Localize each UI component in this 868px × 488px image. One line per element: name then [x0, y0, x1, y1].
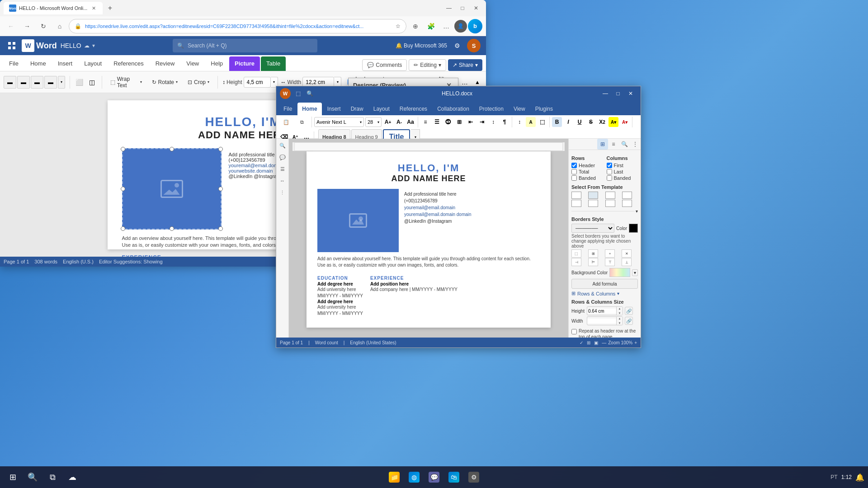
forward-btn[interactable]: →	[20, 19, 34, 33]
sort-btn[interactable]: ↕	[488, 117, 498, 127]
wrap-text-btn[interactable]: ⬚ Wrap Text ▾	[107, 76, 146, 89]
bold-btn[interactable]: B	[552, 117, 562, 127]
zoom-out-btn[interactable]: —	[602, 340, 606, 345]
profile-avatar[interactable]: 👤	[454, 20, 467, 33]
user-profile-btn[interactable]: S	[467, 39, 481, 52]
time-display[interactable]: 1:12	[841, 474, 852, 480]
effects-icon[interactable]: ◫	[87, 77, 97, 88]
wd-tab-insert[interactable]: Insert	[323, 103, 345, 115]
first-col-checkbox[interactable]	[607, 163, 612, 168]
wd-contact-website[interactable]: youremail@email.domain domain	[404, 212, 472, 217]
search-taskbar-btn[interactable]: 🔍	[24, 468, 42, 486]
width-link-btn[interactable]: 🔗	[625, 317, 633, 325]
wd-tab-layout[interactable]: Layout	[369, 103, 394, 115]
edge-taskbar-btn[interactable]: ◍	[405, 468, 423, 486]
wd-view-icons[interactable]: ▣	[594, 340, 598, 345]
settings-icon[interactable]: ⚙	[451, 39, 463, 52]
height-value-input[interactable]	[587, 309, 616, 314]
find-panel-btn[interactable]: 🔍	[619, 139, 630, 150]
template-1[interactable]	[571, 192, 581, 199]
border-none-btn[interactable]: ✕	[622, 249, 632, 258]
buy365-btn[interactable]: 🔔 Buy Microsoft 365	[396, 42, 447, 49]
tab-review[interactable]: Review	[150, 56, 180, 71]
wd-track-icon[interactable]: ⊞	[587, 340, 590, 345]
last-col-checkbox[interactable]	[607, 169, 612, 174]
height-link-btn[interactable]: 🔗	[625, 307, 633, 315]
border-right-btn[interactable]: ⊢	[588, 258, 598, 266]
bullets-btn[interactable]: ☰	[432, 117, 442, 127]
style-preset-4[interactable]: ▬	[44, 76, 57, 89]
close-btn[interactable]: ✕	[470, 2, 482, 14]
apps-grid-icon[interactable]	[5, 39, 18, 52]
tab-file[interactable]: File	[4, 56, 24, 71]
chat-taskbar-btn[interactable]: 💬	[425, 468, 443, 486]
font-color-btn[interactable]: A▾	[620, 117, 630, 127]
style-preset-3[interactable]: ▬	[31, 76, 43, 89]
repeat-header-checkbox[interactable]	[571, 329, 577, 334]
template-8[interactable]	[622, 200, 632, 207]
contact-website[interactable]: yourwebsite.domain	[229, 168, 273, 174]
height-up-btn[interactable]: ▲	[616, 306, 623, 311]
template-expand-btn[interactable]: ▾	[636, 209, 638, 214]
wd-tab-draw[interactable]: Draw	[346, 103, 368, 115]
border-all-btn[interactable]: ⊞	[588, 249, 598, 258]
handle-tl[interactable]	[121, 147, 125, 151]
shading-btn[interactable]: A	[526, 117, 536, 127]
border-bottom-btn[interactable]: ⊥	[622, 258, 632, 266]
highlight-btn[interactable]: A▾	[609, 117, 618, 127]
refresh-btn[interactable]: ↻	[36, 19, 51, 33]
indent-decrease-btn[interactable]: ⇤	[466, 117, 476, 127]
left-nav-btn[interactable]: ☰	[278, 164, 288, 174]
tab-home[interactable]: Home	[25, 56, 52, 71]
font-size-selector[interactable]: 28 ▾	[365, 117, 382, 127]
line-spacing-btn[interactable]: ↕	[514, 117, 524, 127]
border-top-btn[interactable]: ⊤	[605, 258, 615, 266]
notification-btn[interactable]: 🔔	[855, 473, 864, 482]
template-5[interactable]	[571, 200, 581, 207]
bing-icon[interactable]: b	[468, 19, 482, 33]
left-more-btn[interactable]: ⋮	[278, 188, 288, 197]
handle-mr[interactable]	[218, 187, 223, 191]
handle-ml[interactable]	[121, 187, 125, 191]
tab-table[interactable]: Table	[261, 56, 286, 71]
tab-insert[interactable]: Insert	[52, 56, 78, 71]
template-2[interactable]	[588, 192, 598, 199]
wd-tab-protection[interactable]: Protection	[475, 103, 508, 115]
zoom-in-btn[interactable]: +	[634, 340, 637, 345]
home-btn[interactable]: ⌂	[52, 19, 67, 33]
wd-language-status[interactable]: English (United States)	[350, 340, 396, 345]
copy-btn[interactable]: ⧉	[295, 116, 309, 128]
wd-word-count-btn[interactable]: Word count	[315, 340, 338, 345]
border-inner-btn[interactable]: +	[605, 249, 615, 258]
dt-profile-icon[interactable]: W	[280, 88, 291, 99]
header-checkbox[interactable]	[571, 163, 577, 168]
wd-tab-view[interactable]: View	[509, 103, 530, 115]
dt-restore-icon[interactable]: ⬚	[292, 88, 303, 99]
styles-panel-btn[interactable]: ≡	[608, 139, 619, 150]
border-outer-btn[interactable]: ⬚	[571, 249, 581, 258]
crop-btn[interactable]: ⊡ Crop ▾	[184, 76, 213, 89]
star-icon[interactable]: ☆	[396, 23, 401, 29]
subscript-btn[interactable]: X2	[597, 117, 607, 127]
explorer-taskbar-btn[interactable]: 📁	[385, 468, 403, 486]
start-btn[interactable]: ⊞	[4, 468, 22, 486]
border-table-btn[interactable]: ⬚	[537, 117, 547, 127]
banded-rows-checkbox[interactable]	[571, 175, 577, 181]
handle-tr[interactable]	[218, 147, 223, 151]
style-more-btn[interactable]: ▾	[58, 76, 65, 89]
indent-increase-btn[interactable]: ⇥	[477, 117, 487, 127]
handle-br[interactable]	[218, 226, 223, 231]
multilevel-btn[interactable]: ⊞	[454, 117, 464, 127]
restore-btn[interactable]: □	[456, 2, 469, 14]
editing-btn[interactable]: ✏ Editing ▾	[409, 59, 446, 71]
address-bar[interactable]: 🔒 https://onedrive.live.com/edit.aspx?ac…	[69, 19, 406, 33]
height-input[interactable]	[244, 77, 271, 88]
word-logo[interactable]: W Word	[22, 39, 57, 52]
numbering-btn[interactable]: ⓵	[443, 117, 453, 127]
borders-select[interactable]: ───────	[571, 224, 614, 233]
settings-taskbar-btn[interactable]: ⚙	[465, 468, 483, 486]
wd-photo-box[interactable]	[317, 189, 399, 252]
bg-color-chevron[interactable]: ▾	[632, 269, 638, 276]
dt-search-icon[interactable]: 🔍	[304, 88, 315, 99]
tab-references[interactable]: References	[108, 56, 149, 71]
